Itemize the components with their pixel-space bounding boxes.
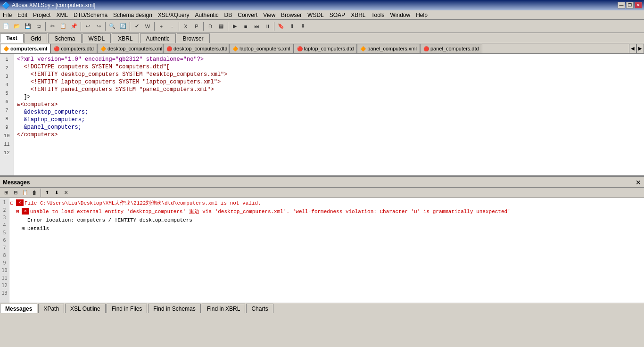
tab-authentic[interactable]: Authentic <box>140 33 176 43</box>
menu-soap[interactable]: SOAP <box>327 11 348 19</box>
tb-expand[interactable]: + <box>156 21 166 32</box>
tb-copy[interactable]: 📋 <box>58 21 68 32</box>
menu-project[interactable]: Project <box>30 11 53 19</box>
tb-b7[interactable]: ⬇ <box>297 21 308 32</box>
tb-b2[interactable]: ■ <box>240 21 251 32</box>
msg-expand-2[interactable]: ⊟ <box>16 208 22 215</box>
tb-save[interactable]: 💾 <box>23 21 33 32</box>
menu-convert[interactable]: Convert <box>235 11 260 19</box>
menu-file[interactable]: File <box>0 11 15 19</box>
file-tab-desktop-xml[interactable]: 🔶 desktop_computers.xml <box>97 44 163 53</box>
file-tab-panel-dtd[interactable]: 🔴 panel_computers.dtd <box>420 44 482 53</box>
msg-icon-err-1: ✕ <box>16 199 24 206</box>
tb-sep-1 <box>45 22 46 31</box>
code-line-1: <?xml version="1.0" encoding="gb2312" st… <box>17 56 641 63</box>
tab-nav-right[interactable]: ▶ <box>636 44 644 53</box>
tb-wellformed[interactable]: W <box>142 21 153 32</box>
msg-expand-1[interactable]: ⊟ <box>10 199 16 207</box>
tb-xslt[interactable]: X <box>181 21 191 32</box>
msg-tb-prev[interactable]: ⬆ <box>43 189 51 197</box>
tb-b6[interactable]: ⬆ <box>287 21 297 32</box>
restore-button[interactable]: ❐ <box>626 2 634 8</box>
tb-replace[interactable]: 🔄 <box>118 21 128 32</box>
ln-5: 5 <box>2 90 12 98</box>
bottom-tab-xsl-outline[interactable]: XSL Outline <box>65 304 106 313</box>
tb-open[interactable]: 📂 <box>12 21 22 32</box>
file-tab-label-2: computers.dtd <box>61 46 94 51</box>
tab-schema[interactable]: Schema <box>48 33 81 43</box>
minimize-button[interactable]: — <box>618 2 625 8</box>
tb-xpath[interactable]: P <box>191 21 202 32</box>
msg-text-4: Details <box>27 225 643 232</box>
bottom-tab-charts[interactable]: Charts <box>246 304 273 313</box>
msg-tb-close[interactable]: ✕ <box>62 189 70 197</box>
menu-view[interactable]: View <box>260 11 278 19</box>
tb-b1[interactable]: ▶ <box>230 21 240 32</box>
menu-xsl-xquery[interactable]: XSL/XQuery <box>155 11 192 19</box>
tb-b5[interactable]: 🔖 <box>276 21 286 32</box>
menu-authentic[interactable]: Authentic <box>192 11 222 19</box>
tb-sep-3 <box>105 22 106 31</box>
tab-wsdl[interactable]: WSDL <box>83 33 111 43</box>
bottom-tabs: Messages XPath XSL Outline Find in Files… <box>0 303 644 313</box>
file-tab-computers-xml[interactable]: 🔶 computers.xml <box>0 44 50 53</box>
tab-xbrl[interactable]: XBRL <box>112 33 139 43</box>
tb-paste[interactable]: 📌 <box>69 21 79 32</box>
title-bar: 🔷 Altova XMLSpy - [computers.xml] — ❐ ✕ <box>0 0 644 10</box>
bottom-tab-messages[interactable]: Messages <box>0 304 37 313</box>
code-area[interactable]: <?xml version="1.0" encoding="gb2312" st… <box>14 54 644 175</box>
title-bar-controls[interactable]: — ❐ ✕ <box>618 2 642 8</box>
close-button[interactable]: ✕ <box>635 2 642 8</box>
bottom-tab-find-schemas[interactable]: Find in Schemas <box>148 304 200 313</box>
file-tab-desktop-dtd[interactable]: 🔴 desktop_computers.dtd <box>163 44 229 53</box>
msg-tb-expand-all[interactable]: ⊞ <box>2 189 10 197</box>
msg-ln-7: 7 <box>0 244 9 252</box>
tab-text[interactable]: Text <box>0 33 24 43</box>
tb-collapse[interactable]: - <box>167 21 177 32</box>
msg-tb-collapse-all[interactable]: ⊟ <box>11 189 20 197</box>
file-tab-laptop-dtd[interactable]: 🔴 laptop_computers.dtd <box>294 44 357 53</box>
msg-text-1: File C:\Users\Liu\Desktop\XML大作业\2122刘佳欣… <box>25 199 643 207</box>
menu-help[interactable]: Help <box>413 11 430 19</box>
file-tab-laptop-xml[interactable]: 🔶 laptop_computers.xml <box>229 44 294 53</box>
msg-text-2: Unable to load external entity 'desktop_… <box>30 208 643 215</box>
messages-content[interactable]: ⊟ ✕ File C:\Users\Liu\Desktop\XML大作业\212… <box>9 198 644 303</box>
menu-edit[interactable]: Edit <box>15 11 30 19</box>
tb-find[interactable]: 🔍 <box>107 21 117 32</box>
menu-xbrl[interactable]: XBRL <box>348 11 368 19</box>
tb-b3[interactable]: ⏭ <box>251 21 262 32</box>
msg-tb-copy-all[interactable]: 📋 <box>21 189 29 197</box>
bottom-tab-xpath[interactable]: XPath <box>38 304 64 313</box>
tb-save-all[interactable]: 🗂 <box>33 21 44 32</box>
menu-xml[interactable]: XML <box>53 11 71 19</box>
msg-expand-4[interactable]: ⊞ <box>22 225 27 232</box>
menu-tools[interactable]: Tools <box>368 11 387 19</box>
code-line-4: <!ENTITY laptop_computers SYSTEM "laptop… <box>17 78 641 86</box>
menu-dtd-schema[interactable]: DTD/Schema <box>71 11 110 19</box>
menu-db[interactable]: DB <box>222 11 235 19</box>
bottom-tab-find-files[interactable]: Find in Files <box>107 304 148 313</box>
tab-browser[interactable]: Browser <box>177 33 210 43</box>
tb-validate[interactable]: ✔ <box>132 21 142 32</box>
file-icon-dtd-3: 🔴 <box>297 46 303 51</box>
bottom-tab-find-xbrl[interactable]: Find in XBRL <box>202 304 246 313</box>
menu-wsdl[interactable]: WSDL <box>305 11 327 19</box>
ln-4: 4 <box>2 81 12 90</box>
tab-grid[interactable]: Grid <box>25 33 48 43</box>
tb-new[interactable]: 📄 <box>1 21 11 32</box>
file-tab-computers-dtd[interactable]: 🔴 computers.dtd <box>50 44 97 53</box>
tb-grid[interactable]: ▦ <box>216 21 226 32</box>
tb-redo[interactable]: ↪ <box>93 21 104 32</box>
menu-window[interactable]: Window <box>388 11 413 19</box>
msg-tb-next[interactable]: ⬇ <box>52 189 61 197</box>
msg-tb-clear[interactable]: 🗑 <box>30 189 39 197</box>
tb-db[interactable]: D <box>205 21 215 32</box>
messages-close-button[interactable]: ✕ <box>636 179 641 186</box>
file-tab-panel-xml[interactable]: 🔶 panel_computers.xml <box>357 44 420 53</box>
tab-nav-left[interactable]: ◀ <box>629 44 636 53</box>
menu-browser[interactable]: Browser <box>278 11 305 19</box>
tb-cut[interactable]: ✂ <box>47 21 58 32</box>
menu-schema-design[interactable]: Schema design <box>110 11 155 19</box>
tb-undo[interactable]: ↩ <box>83 21 93 32</box>
tb-b4[interactable]: ⏸ <box>262 21 272 32</box>
